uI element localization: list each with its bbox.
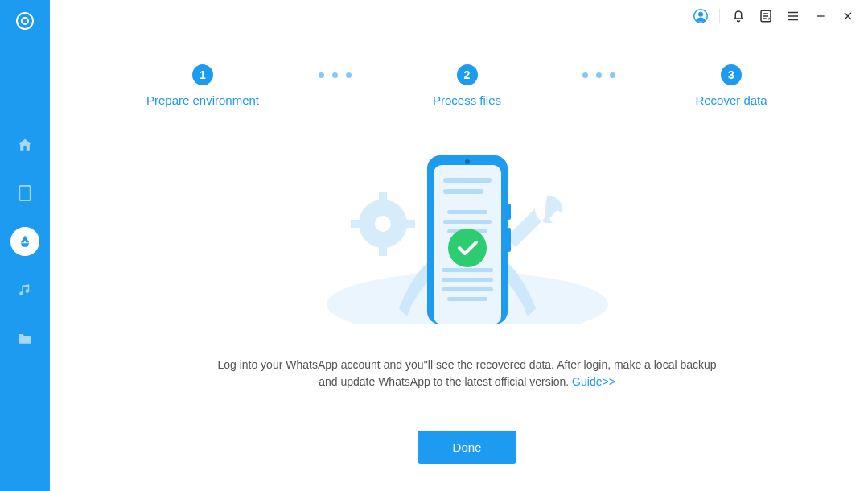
done-button[interactable]: Done (418, 431, 517, 464)
instruction-text: Log into your WhatsApp account and you''… (210, 357, 725, 390)
svg-point-9 (375, 216, 391, 232)
step-indicator: 1 Prepare environment 2 Process files 3 … (130, 64, 804, 107)
step-3: 3 Recover data (659, 64, 804, 107)
app-logo-icon (14, 10, 36, 32)
close-icon[interactable] (841, 9, 855, 23)
sidebar-item-music[interactable] (10, 275, 39, 304)
svg-rect-10 (379, 192, 387, 203)
sidebar-item-device[interactable] (10, 179, 39, 208)
home-icon (17, 137, 33, 153)
titlebar-right-group (731, 9, 855, 23)
account-icon[interactable] (693, 9, 708, 23)
step-2: 2 Process files (395, 64, 540, 107)
notes-icon[interactable] (759, 9, 773, 23)
svg-point-0 (17, 13, 33, 29)
svg-point-5 (698, 12, 703, 17)
svg-rect-27 (508, 228, 511, 252)
app-root: 1 Prepare environment 2 Process files 3 … (0, 0, 868, 491)
svg-point-1 (22, 18, 28, 24)
svg-rect-17 (443, 178, 492, 183)
step-1: 1 Prepare environment (130, 64, 275, 107)
svg-rect-12 (351, 220, 362, 228)
svg-rect-2 (29, 13, 35, 14)
svg-rect-24 (442, 287, 493, 291)
svg-rect-19 (447, 210, 487, 214)
sidebar (0, 0, 50, 491)
sidebar-item-home[interactable] (10, 130, 39, 159)
folder-icon (17, 331, 33, 345)
svg-rect-22 (442, 268, 493, 272)
step-3-label: Recover data (695, 93, 767, 107)
guide-link[interactable]: Guide>> (572, 375, 615, 388)
titlebar-divider (719, 9, 720, 23)
svg-rect-18 (443, 189, 483, 194)
svg-rect-20 (443, 220, 492, 224)
instruction-body: Log into your WhatsApp account and you''… (217, 358, 716, 388)
drive-icon (18, 234, 32, 249)
svg-rect-11 (379, 245, 387, 256)
svg-rect-25 (447, 297, 487, 301)
sidebar-item-folder[interactable] (10, 324, 39, 353)
step-1-number: 1 (192, 64, 213, 85)
svg-rect-13 (404, 220, 415, 228)
svg-rect-26 (508, 204, 511, 220)
step-2-label: Process files (433, 93, 501, 107)
main: 1 Prepare environment 2 Process files 3 … (50, 0, 868, 491)
step-dots-1 (319, 72, 352, 78)
sidebar-item-recovery[interactable] (10, 227, 39, 256)
tablet-icon (18, 185, 32, 201)
step-3-number: 3 (721, 64, 742, 85)
svg-rect-3 (19, 186, 30, 200)
svg-point-28 (448, 229, 487, 267)
step-1-label: Prepare environment (146, 93, 259, 107)
step-dots-2 (582, 72, 615, 78)
step-2-number: 2 (457, 64, 478, 85)
minimize-icon[interactable] (813, 9, 828, 23)
menu-icon[interactable] (786, 9, 800, 23)
success-illustration (323, 147, 612, 324)
content: 1 Prepare environment 2 Process files 3 … (50, 32, 868, 491)
bell-icon[interactable] (731, 9, 746, 23)
svg-point-16 (465, 159, 470, 164)
music-icon (18, 283, 32, 297)
svg-rect-23 (442, 278, 493, 282)
titlebar (50, 0, 868, 32)
